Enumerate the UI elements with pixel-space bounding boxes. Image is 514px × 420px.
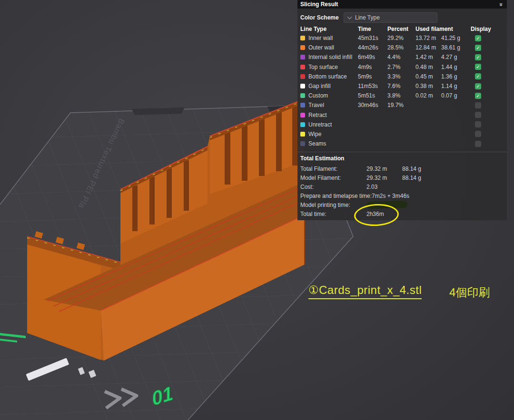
- line-type-label: Bottom surface: [308, 73, 358, 80]
- time-cell: 45m31s: [358, 35, 387, 41]
- header-line-type: Line Type: [300, 26, 358, 32]
- total-value-1: 29.32 m: [366, 175, 402, 181]
- total-row: Model printing time:: [297, 200, 507, 209]
- header-percent: Percent: [387, 26, 415, 32]
- time-cell: 5m9s: [358, 73, 387, 80]
- grams-cell: 1.14 g: [441, 83, 471, 89]
- percent-cell: 3.3%: [387, 73, 415, 80]
- table-row[interactable]: Bottom surface 5m9s 3.3% 0.45 m 1.36 g ✓: [297, 72, 507, 81]
- display-checkbox[interactable]: [475, 131, 481, 137]
- percent-cell: 2.7%: [387, 64, 415, 70]
- table-row[interactable]: Custom 5m51s 3.8% 0.02 m 0.07 g ✓: [297, 91, 507, 100]
- total-value-1: 29.32 m: [366, 166, 402, 172]
- display-checkbox[interactable]: [475, 121, 481, 127]
- display-checkbox[interactable]: ✓: [475, 45, 481, 51]
- header-time: Time: [358, 26, 387, 32]
- display-checkbox[interactable]: [475, 102, 481, 108]
- meters-cell: 0.38 m: [415, 83, 441, 89]
- total-label: Prepare and timelapse time:: [300, 193, 372, 199]
- total-row: Total time: 2h36m: [297, 209, 507, 218]
- total-value-2: 88.14 g: [402, 175, 421, 181]
- total-label: Cost:: [300, 184, 366, 190]
- line-type-swatch: [300, 141, 305, 146]
- line-type-label: Outer wall: [308, 44, 358, 51]
- total-row: Cost: 2.03: [297, 182, 507, 191]
- grams-cell: 41.25 g: [441, 35, 471, 41]
- time-cell: 44m26s: [358, 44, 387, 51]
- time-cell: 11m53s: [358, 83, 387, 89]
- color-scheme-label: Color Scheme: [300, 14, 344, 21]
- meters-cell: 12.84 m: [415, 44, 441, 51]
- collapse-panel-icon[interactable]: »: [498, 2, 504, 6]
- color-scheme-row: Color Scheme Line Type: [297, 12, 507, 23]
- grams-cell: 1.36 g: [441, 73, 471, 80]
- total-value-1: [366, 201, 407, 208]
- total-row: Prepare and timelapse time: 7m2s + 3m46s: [297, 191, 507, 200]
- table-row[interactable]: Top surface 4m9s 2.7% 0.48 m 1.44 g ✓: [297, 62, 507, 72]
- display-checkbox[interactable]: ✓: [475, 64, 481, 70]
- total-value-2: 88.14 g: [402, 166, 421, 172]
- table-row[interactable]: Outer wall 44m26s 28.5% 12.84 m 38.61 g …: [297, 43, 507, 52]
- display-checkbox[interactable]: [475, 112, 481, 118]
- total-label: Total time:: [300, 211, 366, 217]
- line-type-label: Internal solid infill: [308, 54, 358, 60]
- line-type-swatch: [300, 84, 305, 88]
- annotation-filename: ①Cards_print_x_4.stl: [308, 283, 422, 299]
- time-cell: 5m51s: [358, 92, 387, 99]
- line-type-label: Inner wall: [308, 35, 358, 41]
- display-checkbox[interactable]: ✓: [475, 83, 481, 89]
- total-value-1: 7m2s + 3m46s: [372, 193, 409, 199]
- meters-cell: 1.42 m: [415, 54, 441, 60]
- total-label: Total Filament:: [300, 166, 366, 172]
- meters-cell: 0.45 m: [415, 73, 441, 80]
- meters-cell: 0.02 m: [415, 92, 441, 99]
- line-type-label: Custom: [308, 92, 358, 99]
- grams-cell: 4.27 g: [441, 54, 471, 60]
- display-checkbox[interactable]: ✓: [475, 73, 481, 79]
- table-header-row: Line Type Time Percent Used filament Dis…: [297, 25, 507, 33]
- table-row[interactable]: Internal solid infill 6m49s 4.4% 1.42 m …: [297, 52, 507, 62]
- total-row: Total Filament: 29.32 m 88.14 g: [297, 164, 507, 173]
- table-row[interactable]: Inner wall 45m31s 29.2% 13.72 m 41.25 g …: [297, 33, 507, 43]
- line-type-swatch: [300, 103, 305, 107]
- percent-cell: 29.2%: [387, 35, 415, 41]
- table-row[interactable]: Gap infill 11m53s 7.6% 0.38 m 1.14 g ✓: [297, 81, 507, 91]
- panel-title: Slicing Result: [300, 1, 338, 8]
- table-row[interactable]: Unretract: [297, 120, 507, 129]
- line-type-swatch: [300, 45, 305, 50]
- display-checkbox[interactable]: ✓: [475, 93, 481, 99]
- line-type-swatch: [300, 122, 305, 127]
- display-checkbox[interactable]: ✓: [475, 54, 481, 60]
- panel-header: Slicing Result »: [297, 0, 507, 9]
- total-value-1: 2h36m: [366, 211, 402, 217]
- color-scheme-value: Line Type: [355, 14, 380, 21]
- grams-cell: 1.44 g: [441, 64, 471, 70]
- line-type-swatch: [300, 36, 305, 40]
- line-type-label: Travel: [308, 102, 358, 108]
- meters-cell: 13.72 m: [415, 35, 441, 41]
- percent-cell: 19.7%: [387, 102, 415, 108]
- header-display: Display: [471, 26, 499, 32]
- header-used-filament: Used filament: [415, 26, 471, 32]
- line-type-swatch: [300, 113, 305, 117]
- section-divider: [297, 152, 507, 152]
- table-row[interactable]: Seams: [297, 139, 507, 148]
- table-row[interactable]: Retract: [297, 110, 507, 120]
- slicing-result-panel: Slicing Result » Color Scheme Line Type …: [297, 0, 507, 220]
- percent-cell: 4.4%: [387, 54, 415, 60]
- line-type-swatch: [300, 74, 305, 79]
- highlighted-total-time: 2h36m: [366, 211, 384, 217]
- line-type-swatch: [300, 93, 305, 98]
- color-scheme-dropdown[interactable]: Line Type: [344, 12, 437, 23]
- line-type-label: Top surface: [308, 64, 358, 70]
- chevron-down-icon: [347, 15, 352, 20]
- line-type-table-body: Inner wall 45m31s 29.2% 13.72 m 41.25 g …: [297, 33, 507, 148]
- time-cell: 30m46s: [358, 102, 387, 108]
- total-label: Model printing time:: [300, 202, 366, 208]
- line-type-label: Seams: [308, 140, 358, 147]
- percent-cell: 28.5%: [387, 44, 415, 51]
- table-row[interactable]: Travel 30m46s 19.7%: [297, 100, 507, 110]
- display-checkbox[interactable]: [475, 141, 481, 147]
- display-checkbox[interactable]: ✓: [475, 35, 481, 41]
- table-row[interactable]: Wipe: [297, 129, 507, 139]
